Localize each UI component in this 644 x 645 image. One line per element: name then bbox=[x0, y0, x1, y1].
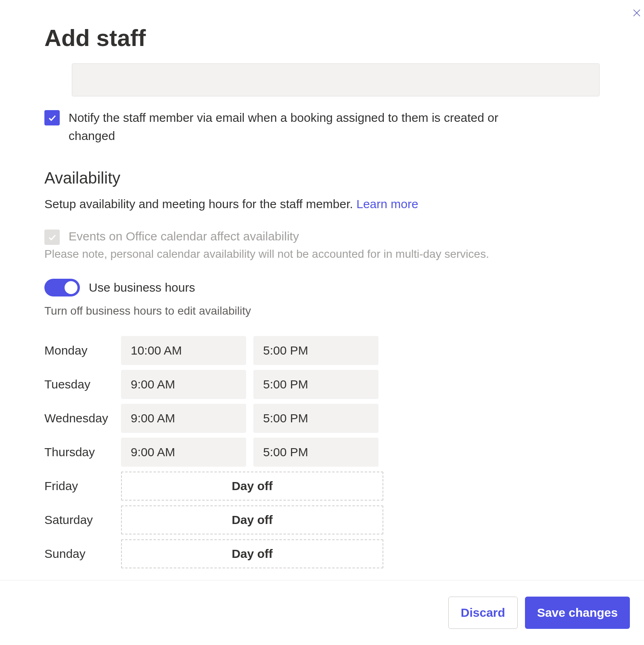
calendar-note: Please note, personal calendar availabil… bbox=[44, 248, 600, 261]
start-time-field[interactable]: 9:00 AM bbox=[121, 370, 246, 399]
schedule-row: Thursday9:00 AM5:00 PM bbox=[44, 435, 600, 469]
discard-button[interactable]: Discard bbox=[448, 597, 518, 629]
schedule-row: Tuesday9:00 AM5:00 PM bbox=[44, 367, 600, 401]
end-time-field[interactable]: 5:00 PM bbox=[253, 404, 378, 433]
use-business-hours-label: Use business hours bbox=[89, 281, 195, 294]
check-icon bbox=[47, 113, 57, 123]
day-label: Monday bbox=[44, 344, 121, 357]
schedule-row: Monday10:00 AM5:00 PM bbox=[44, 334, 600, 367]
day-off-box: Day off bbox=[121, 505, 383, 534]
schedule-table: Monday10:00 AM5:00 PMTuesday9:00 AM5:00 … bbox=[44, 334, 600, 571]
check-icon bbox=[47, 232, 57, 242]
day-label: Saturday bbox=[44, 513, 121, 527]
schedule-row: FridayDay off bbox=[44, 469, 600, 503]
close-icon bbox=[632, 8, 642, 18]
start-time-field[interactable]: 9:00 AM bbox=[121, 404, 246, 433]
end-time-field[interactable]: 5:00 PM bbox=[253, 336, 378, 365]
save-button[interactable]: Save changes bbox=[525, 597, 630, 629]
schedule-row: SaturdayDay off bbox=[44, 503, 600, 537]
role-description-box bbox=[72, 63, 600, 96]
day-label: Friday bbox=[44, 479, 121, 493]
availability-description: Setup availability and meeting hours for… bbox=[44, 197, 600, 211]
day-label: Sunday bbox=[44, 547, 121, 561]
availability-title: Availability bbox=[44, 169, 600, 187]
schedule-row: Wednesday9:00 AM5:00 PM bbox=[44, 401, 600, 435]
end-time-field[interactable]: 5:00 PM bbox=[253, 438, 378, 467]
close-button[interactable] bbox=[632, 8, 644, 20]
day-label: Wednesday bbox=[44, 411, 121, 425]
day-label: Tuesday bbox=[44, 378, 121, 391]
calendar-affect-checkbox bbox=[44, 230, 60, 245]
day-label: Thursday bbox=[44, 445, 121, 459]
availability-description-text: Setup availability and meeting hours for… bbox=[44, 197, 353, 211]
footer: Discard Save changes bbox=[0, 580, 644, 645]
toggle-knob bbox=[65, 281, 77, 294]
start-time-field[interactable]: 10:00 AM bbox=[121, 336, 246, 365]
day-off-box: Day off bbox=[121, 472, 383, 501]
use-business-hours-toggle[interactable] bbox=[44, 279, 80, 296]
end-time-field[interactable]: 5:00 PM bbox=[253, 370, 378, 399]
day-off-box: Day off bbox=[121, 539, 383, 568]
learn-more-link[interactable]: Learn more bbox=[356, 197, 418, 211]
notify-email-label: Notify the staff member via email when a… bbox=[69, 109, 537, 145]
start-time-field[interactable]: 9:00 AM bbox=[121, 438, 246, 467]
page-title: Add staff bbox=[44, 24, 600, 51]
notify-email-checkbox[interactable] bbox=[44, 110, 60, 125]
schedule-row: SundayDay off bbox=[44, 537, 600, 571]
business-hours-hint: Turn off business hours to edit availabi… bbox=[44, 305, 600, 317]
calendar-affect-label: Events on Office calendar affect availab… bbox=[69, 227, 299, 245]
